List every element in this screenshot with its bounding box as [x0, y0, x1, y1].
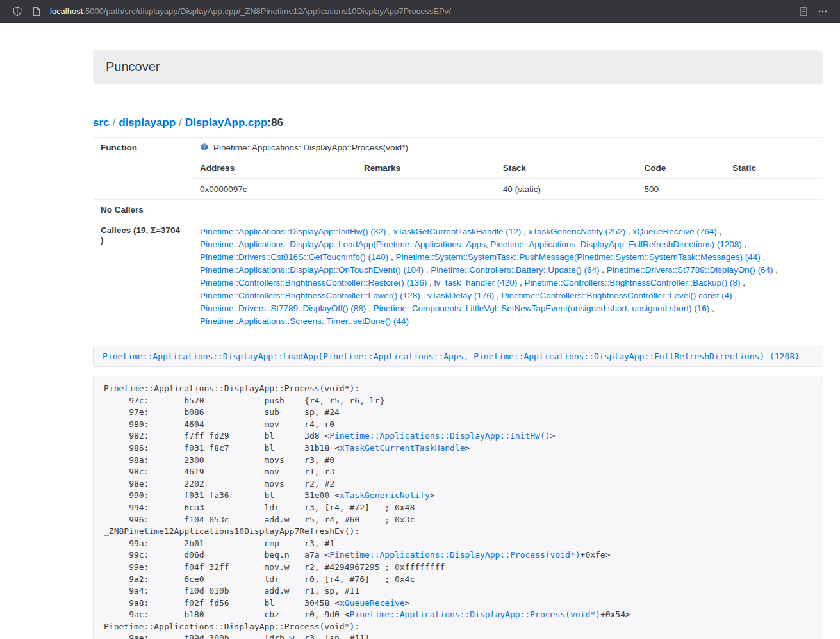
disasm-symbol-link[interactable]: Pinetime::Applications::DisplayApp::Init…: [329, 431, 550, 441]
callees-row: Callees (19, Σ=3704 ) Pinetime::Applicat…: [93, 220, 823, 334]
disasm-symbol-link[interactable]: xTaskGetCurrentTaskHandle: [340, 443, 465, 453]
no-callers-label: No Callers: [93, 200, 192, 220]
function-icon: [200, 143, 209, 152]
disasm-symbol-link[interactable]: Pinetime::Applications::DisplayApp::Proc…: [329, 550, 580, 560]
callee-link[interactable]: Pinetime::Controllers::Battery::Update()…: [431, 265, 599, 275]
callees-list: Pinetime::Applications::DisplayApp::Init…: [192, 220, 823, 334]
breadcrumb-link-file[interactable]: DisplayApp.cpp: [185, 117, 267, 129]
callee-separator: ,: [494, 291, 501, 300]
function-name: Pinetime::Applications::DisplayApp::Proc…: [213, 143, 408, 152]
address-value: 0x0000097c: [192, 179, 356, 199]
callee-link[interactable]: xQueueReceive (764): [632, 227, 716, 236]
static-value: [725, 179, 823, 199]
callee-separator: ,: [427, 278, 434, 287]
callee-link[interactable]: Pinetime::Applications::DisplayApp::Load…: [200, 239, 742, 249]
breadcrumb: src/displayapp/DisplayApp.cpp:86: [93, 117, 823, 129]
column-header-remarks: Remarks: [356, 158, 495, 179]
callee-separator: ,: [424, 265, 431, 275]
line-number: :86: [267, 117, 283, 129]
stats-row: 0x0000097c 40 (static) 500: [192, 179, 823, 199]
callee-link[interactable]: Pinetime::Applications::DisplayApp::OnTo…: [200, 265, 424, 275]
highlighted-callee-banner: Pinetime::Applications::DisplayApp::Load…: [93, 346, 823, 367]
no-callers-value: [192, 200, 823, 220]
callee-separator: ,: [740, 278, 745, 287]
breadcrumb-link-src[interactable]: src: [93, 117, 110, 129]
breadcrumb-link-displayapp[interactable]: displayapp: [119, 117, 176, 129]
column-header-code: Code: [636, 158, 725, 179]
callee-link[interactable]: Pinetime::System::SystemTask::PushMessag…: [395, 252, 760, 262]
stack-value: 40 (static): [495, 179, 637, 199]
divider: [93, 102, 823, 102]
callee-link[interactable]: Pinetime::Applications::DisplayApp::Init…: [200, 227, 386, 236]
url-path: :5000/path/src/displayapp/DisplayApp.cpp…: [83, 6, 451, 16]
callee-link[interactable]: xTaskGenericNotify (252): [529, 227, 626, 236]
callee-separator: ,: [386, 227, 393, 236]
column-header-static: Static: [725, 158, 823, 179]
callee-separator: ,: [773, 265, 778, 275]
disasm-symbol-link[interactable]: xQueueReceive: [340, 598, 405, 608]
callee-link[interactable]: Pinetime::Controllers::BrightnessControl…: [200, 291, 420, 300]
callee-separator: ,: [600, 265, 607, 275]
breadcrumb-separator: /: [113, 117, 116, 129]
callee-link[interactable]: Pinetime::Controllers::BrightnessControl…: [501, 291, 732, 300]
stats-container-row: Address Remarks Stack Code Static 0x0000…: [93, 158, 823, 200]
callee-link[interactable]: Pinetime::Applications::Screens::Timer::…: [200, 316, 409, 326]
url-host: localhost: [50, 6, 83, 16]
callee-link[interactable]: vTaskDelay (176): [427, 291, 494, 300]
column-header-stack: Stack: [495, 158, 637, 179]
callee-separator: ,: [732, 291, 737, 300]
no-callers-row: No Callers: [93, 200, 823, 220]
callee-separator: ,: [717, 227, 722, 236]
function-table: Function Pinetime::Applications::Display…: [93, 137, 823, 333]
page-title: Puncover: [106, 60, 811, 74]
tracking-protection-shield-icon[interactable]: [12, 6, 22, 17]
empty-label-cell: [93, 158, 192, 200]
callee-separator: ,: [388, 252, 395, 262]
code-value: 500: [636, 179, 725, 199]
function-name-cell: Pinetime::Applications::DisplayApp::Proc…: [192, 138, 823, 158]
page-container: Puncover src/displayapp/DisplayApp.cpp:8…: [93, 50, 823, 639]
reader-mode-icon[interactable]: [798, 6, 809, 17]
callee-separator: ,: [521, 227, 528, 236]
stats-cell: Address Remarks Stack Code Static 0x0000…: [192, 158, 823, 200]
page-header: Puncover: [93, 50, 823, 84]
column-header-address: Address: [192, 158, 356, 179]
callee-link[interactable]: Pinetime::Components::LittleVgl::SetNewT…: [374, 303, 710, 313]
disasm-symbol-link[interactable]: Pinetime::Applications::DisplayApp::Proc…: [350, 610, 600, 619]
page-actions-menu-icon[interactable]: [818, 6, 828, 17]
stats-header-row: Address Remarks Stack Code Static: [192, 158, 823, 179]
callee-link[interactable]: Pinetime::Drivers::St7789::DisplayOn() (…: [607, 265, 773, 275]
callee-link[interactable]: lv_task_handler (420): [434, 278, 517, 287]
function-label: Function: [93, 138, 192, 158]
page-info-icon[interactable]: [31, 6, 42, 17]
url-bar[interactable]: localhost:5000/path/src/displayapp/Displ…: [50, 6, 794, 16]
callee-separator: ,: [366, 303, 373, 313]
callees-label: Callees (19, Σ=3704 ): [93, 220, 192, 334]
callee-link[interactable]: Pinetime::Drivers::Cst816S::GetTouchInfo…: [200, 252, 388, 262]
callee-separator: ,: [761, 252, 766, 262]
callee-separator: ,: [709, 303, 714, 313]
highlighted-callee-link[interactable]: Pinetime::Applications::DisplayApp::Load…: [103, 352, 800, 361]
remarks-value: [356, 179, 495, 199]
disassembly: Pinetime::Applications::DisplayApp::Proc…: [93, 376, 823, 639]
callee-separator: ,: [517, 278, 524, 287]
disasm-symbol-link[interactable]: xTaskGenericNotify: [340, 490, 430, 500]
callee-separator: ,: [420, 291, 427, 300]
callee-link[interactable]: Pinetime::Controllers::BrightnessControl…: [525, 278, 741, 287]
callee-separator: ,: [625, 227, 632, 236]
callee-link[interactable]: Pinetime::Controllers::BrightnessControl…: [200, 278, 427, 287]
callee-separator: ,: [742, 239, 747, 249]
stats-table: Address Remarks Stack Code Static 0x0000…: [192, 158, 823, 199]
callee-link[interactable]: xTaskGetCurrentTaskHandle (12): [393, 227, 522, 236]
callee-link[interactable]: Pinetime::Drivers::St7789::DisplayOff() …: [200, 303, 366, 313]
function-row: Function Pinetime::Applications::Display…: [93, 138, 823, 158]
browser-toolbar: localhost:5000/path/src/displayapp/Displ…: [0, 0, 840, 23]
breadcrumb-separator: /: [179, 117, 182, 129]
